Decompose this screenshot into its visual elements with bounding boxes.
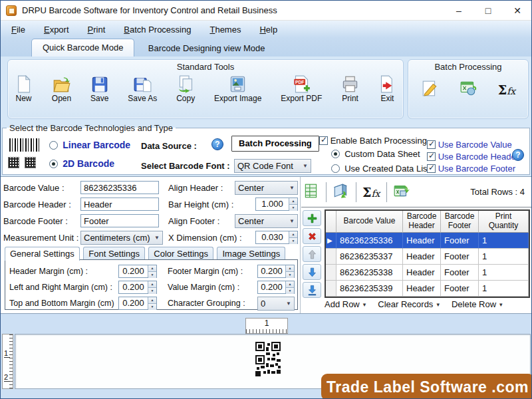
barcode-font-select[interactable]: QR Code Font▼ xyxy=(234,159,311,173)
chevron-down-icon: ▼ xyxy=(303,163,308,169)
red-x-icon xyxy=(307,231,318,242)
radio-2d-barcode[interactable] xyxy=(49,160,58,168)
clear-records-button[interactable]: Clear Records▾ xyxy=(378,299,440,309)
save-button[interactable]: Save xyxy=(90,75,108,103)
batch-processing-button[interactable]: Batch Processing xyxy=(231,136,319,152)
save-as-button[interactable]: Save As xyxy=(128,75,157,103)
copy-button[interactable]: Copy xyxy=(176,75,195,103)
align-header-select[interactable]: Center▼ xyxy=(235,181,298,195)
tab-color-settings[interactable]: Color Settings xyxy=(148,247,213,261)
spin-down-icon[interactable]: ▼ xyxy=(289,237,297,244)
header-margin-label: Header Margin (cm) : xyxy=(9,267,88,276)
radio-use-created-data-list[interactable] xyxy=(331,164,340,173)
export-image-button[interactable]: Export Image xyxy=(214,75,261,103)
move-row-up-button[interactable] xyxy=(303,246,321,262)
radio-linear-barcode[interactable] xyxy=(49,141,58,150)
standard-tools-group: Standard Tools New Open Save Save As xyxy=(7,59,404,119)
batch-processing-group: Batch Processing Σfx xyxy=(408,59,529,119)
value-margin-stepper[interactable]: 0.200 ▲▼ xyxy=(257,281,295,294)
barcode-value-input[interactable] xyxy=(80,181,159,194)
move-row-bottom-button[interactable] xyxy=(303,282,321,298)
use-barcode-value-checkbox[interactable]: ✓ xyxy=(427,140,436,149)
export-pdf-icon: PDF xyxy=(293,75,311,93)
column-header-barcode-header[interactable]: Barcode Header xyxy=(403,211,441,233)
tab-font-settings[interactable]: Font Settings xyxy=(83,247,145,261)
delete-row-icon-button[interactable] xyxy=(303,228,321,244)
menu-arrow-icon: ▾ xyxy=(436,301,440,308)
menu-item-batch-processing[interactable]: Batch Processing xyxy=(124,25,191,35)
batch-processing-title: Batch Processing xyxy=(408,60,528,72)
bar-height-label: Bar Height (cm) : xyxy=(168,200,233,209)
grid-actions: Add Row▾ Clear Records▾ Delete Row▾ xyxy=(325,299,503,309)
grid-toolbar: Σfx Total Rows : 4 xyxy=(301,177,531,207)
use-barcode-header-checkbox[interactable]: ✓ xyxy=(427,152,436,161)
delete-row-button[interactable]: Delete Row▾ xyxy=(452,299,503,309)
menu-item-themes[interactable]: Themes xyxy=(209,25,241,35)
plus-icon xyxy=(307,213,318,224)
total-rows-label: Total Rows : 4 xyxy=(470,187,525,197)
tab-barcode-designing-view-mode[interactable]: Barcode Designing view Mode xyxy=(138,40,276,57)
maximize-button[interactable]: □ xyxy=(477,1,499,21)
tab-image-settings[interactable]: Image Settings xyxy=(217,247,285,261)
enable-batch-processing-checkbox[interactable]: ✓ xyxy=(319,136,328,145)
close-button[interactable]: ✕ xyxy=(506,1,529,21)
open-button[interactable]: Open xyxy=(52,75,71,103)
grid-formula-button[interactable]: Σfx xyxy=(362,185,380,200)
help-icon[interactable]: ? xyxy=(512,149,524,161)
move-row-down-button[interactable] xyxy=(303,264,321,280)
toolbar-separator xyxy=(326,182,327,202)
label-preview-area: 1 1 2 Trade Label Software .com xyxy=(1,313,531,399)
exit-button[interactable]: Exit xyxy=(378,75,396,103)
bar-height-stepper[interactable]: 1.000 ▲▼ xyxy=(255,198,298,211)
export-pdf-button[interactable]: PDF Export PDF xyxy=(281,75,322,103)
edit-data-button[interactable] xyxy=(421,80,438,100)
add-row-icon-button[interactable] xyxy=(303,210,321,226)
use-barcode-footer-checkbox[interactable]: ✓ xyxy=(427,164,436,173)
vertical-divider xyxy=(300,177,301,313)
barcode-footer-input[interactable] xyxy=(80,214,159,227)
app-icon xyxy=(6,5,17,16)
spin-up-icon[interactable]: ▲ xyxy=(289,231,297,237)
header-margin-stepper[interactable]: 0.200 ▲▼ xyxy=(118,265,157,278)
row-action-stack xyxy=(303,210,323,298)
help-icon[interactable]: ? xyxy=(211,138,223,150)
column-header-barcode-footer[interactable]: Barcode Footer xyxy=(441,211,479,233)
spin-up-icon[interactable]: ▲ xyxy=(289,198,297,204)
import-data-button[interactable] xyxy=(460,80,477,100)
menu-arrow-icon: ▾ xyxy=(363,301,366,308)
formula-button[interactable]: Σfx xyxy=(498,82,516,97)
left-right-margin-stepper[interactable]: 0.200 ▲▼ xyxy=(118,281,157,294)
copy-records-button[interactable] xyxy=(332,182,350,202)
menu-item-export[interactable]: Export xyxy=(44,25,69,35)
general-settings-panel: Header Margin (cm) : 0.200 ▲▼ Footer Mar… xyxy=(5,259,298,310)
standard-tools-title: Standard Tools xyxy=(8,60,403,72)
spin-down-icon[interactable]: ▼ xyxy=(289,204,297,211)
radio-custom-data-sheet[interactable] xyxy=(331,150,340,158)
print-button[interactable]: Print xyxy=(341,75,359,103)
menu-item-file[interactable]: File xyxy=(11,25,25,35)
new-button[interactable]: New xyxy=(15,75,33,103)
align-footer-select[interactable]: Center▼ xyxy=(235,214,298,228)
barcode-header-input[interactable] xyxy=(80,198,159,211)
footer-margin-stepper[interactable]: 0.200 ▲▼ xyxy=(257,265,295,278)
linear-barcode-label: Linear Barcode xyxy=(63,140,130,150)
export-sheet-button[interactable] xyxy=(303,182,320,202)
character-grouping-select[interactable]: 0▼ xyxy=(257,297,295,311)
tab-quick-barcode-mode[interactable]: Quick Barcode Mode xyxy=(31,39,134,57)
export-excel-button[interactable] xyxy=(393,182,410,202)
menu-item-help[interactable]: Help xyxy=(259,25,277,35)
add-row-button[interactable]: Add Row▾ xyxy=(325,299,366,309)
title-bar: DRPU Barcode Software for Inventory Cont… xyxy=(1,1,531,21)
excel-export-icon xyxy=(393,182,410,200)
x-dimension-stepper[interactable]: 0.030 ▲▼ xyxy=(255,231,298,244)
measurement-unit-select[interactable]: Centimeters (cm)▼ xyxy=(80,231,163,245)
chevron-down-icon: ▼ xyxy=(289,218,295,224)
column-header-barcode-value[interactable]: Barcode Value xyxy=(336,211,403,233)
minimize-button[interactable]: – xyxy=(448,1,470,21)
column-header-print-quantity[interactable]: Print Quantity xyxy=(479,211,529,233)
2d-barcode-label: 2D Barcode xyxy=(63,158,114,169)
top-bottom-margin-stepper[interactable]: 0.200 ▲▼ xyxy=(118,297,157,310)
menu-item-print[interactable]: Print xyxy=(88,25,106,35)
tab-general-settings[interactable]: General Settings xyxy=(5,247,80,261)
save-floppy-icon xyxy=(90,75,108,93)
